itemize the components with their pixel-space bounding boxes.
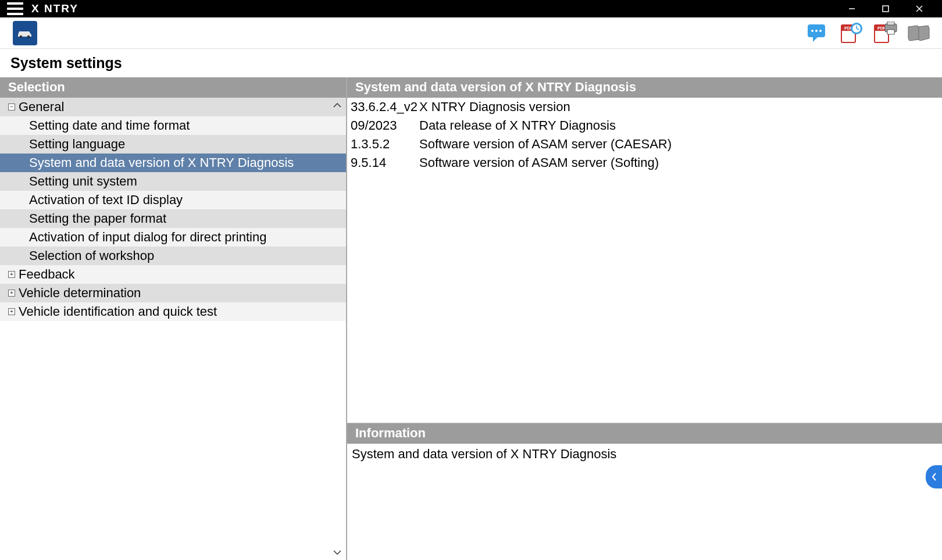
tree-scroll: −GeneralSetting date and time formatSett… — [0, 98, 346, 560]
toolbar: PDF PDF — [0, 17, 942, 49]
tree-item[interactable]: Setting date and time format — [0, 116, 346, 135]
svg-point-5 — [27, 35, 30, 37]
page-title: System settings — [0, 49, 942, 77]
version-row: 1.3.5.2Software version of ASAM server (… — [347, 135, 942, 154]
scroll-up-icon[interactable] — [331, 99, 344, 112]
side-tab-toggle[interactable] — [926, 465, 942, 488]
version-label: Software version of ASAM server (CAESAR) — [419, 137, 940, 152]
version-row: 33.6.2.4_v2X NTRY Diagnosis version — [347, 98, 942, 116]
titlebar-left: X NTRY — [7, 2, 78, 15]
content: Selection −GeneralSetting date and time … — [0, 77, 942, 560]
toolbar-left — [13, 21, 37, 45]
selection-header: Selection — [0, 77, 346, 98]
svg-rect-22 — [887, 30, 894, 34]
tree: −GeneralSetting date and time formatSett… — [0, 98, 346, 321]
pdf-print-icon[interactable]: PDF — [872, 20, 898, 46]
tree-item[interactable]: Setting the paper format — [0, 209, 346, 228]
scroll-down-icon[interactable] — [331, 546, 344, 559]
version-label: X NTRY Diagnosis version — [419, 99, 940, 115]
version-table: 33.6.2.4_v2X NTRY Diagnosis version09/20… — [347, 98, 942, 423]
close-button[interactable] — [911, 0, 928, 17]
svg-point-9 — [819, 30, 822, 32]
tree-item[interactable]: Setting language — [0, 135, 346, 154]
tree-group-label: General — [19, 99, 64, 115]
version-label: Software version of ASAM server (Softing… — [419, 155, 940, 170]
tree-group-label: Vehicle determination — [19, 286, 141, 301]
tree-group[interactable]: +Vehicle determination — [0, 284, 346, 302]
app-title: X NTRY — [31, 2, 78, 15]
svg-point-4 — [20, 35, 22, 37]
expand-icon[interactable]: + — [8, 271, 15, 278]
version-header: System and data version of X NTRY Diagno… — [347, 77, 942, 98]
maximize-button[interactable] — [877, 0, 894, 17]
menu-button[interactable] — [7, 2, 23, 15]
version-value: 9.5.14 — [349, 155, 419, 170]
svg-point-7 — [811, 30, 813, 32]
version-label: Data release of X NTRY Diagnosis — [419, 118, 940, 133]
tree-item[interactable]: Setting unit system — [0, 172, 346, 191]
left-pane: Selection −GeneralSetting date and time … — [0, 77, 347, 560]
tree-group-label: Vehicle identification and quick test — [19, 304, 217, 319]
info-pane: Information System and data version of X… — [347, 423, 942, 560]
toolbar-right: PDF PDF — [805, 20, 932, 46]
expand-icon[interactable]: + — [8, 308, 15, 315]
tree-group-label: Feedback — [19, 267, 75, 282]
window-controls — [843, 0, 939, 17]
svg-point-8 — [815, 30, 818, 32]
tree-item[interactable]: Selection of workshop — [0, 247, 346, 265]
tree-group[interactable]: +Vehicle identification and quick test — [0, 302, 346, 321]
tree-item[interactable]: Activation of input dialog for direct pr… — [0, 228, 346, 247]
tree-group[interactable]: −General — [0, 98, 346, 116]
tree-group[interactable]: +Feedback — [0, 265, 346, 284]
pdf-recent-icon[interactable]: PDF — [838, 20, 864, 46]
version-value: 09/2023 — [349, 118, 419, 133]
minimize-button[interactable] — [843, 0, 861, 17]
book-icon[interactable] — [906, 20, 932, 46]
version-value: 33.6.2.4_v2 — [349, 99, 419, 115]
car-icon — [16, 28, 34, 38]
chat-icon[interactable] — [805, 20, 830, 46]
tree-item[interactable]: System and data version of X NTRY Diagno… — [0, 154, 346, 172]
expand-icon[interactable]: + — [8, 290, 15, 297]
titlebar: X NTRY — [0, 0, 942, 17]
collapse-icon[interactable]: − — [8, 104, 15, 110]
version-row: 09/2023Data release of X NTRY Diagnosis — [347, 116, 942, 135]
tree-item[interactable]: Activation of text ID display — [0, 191, 346, 209]
right-pane: System and data version of X NTRY Diagno… — [347, 77, 942, 560]
version-value: 1.3.5.2 — [349, 137, 419, 152]
info-header: Information — [347, 423, 942, 444]
svg-rect-1 — [883, 6, 889, 12]
svg-rect-21 — [887, 22, 894, 25]
version-row: 9.5.14Software version of ASAM server (S… — [347, 154, 942, 172]
vehicle-button[interactable] — [13, 21, 37, 45]
info-body: System and data version of X NTRY Diagno… — [347, 444, 942, 465]
